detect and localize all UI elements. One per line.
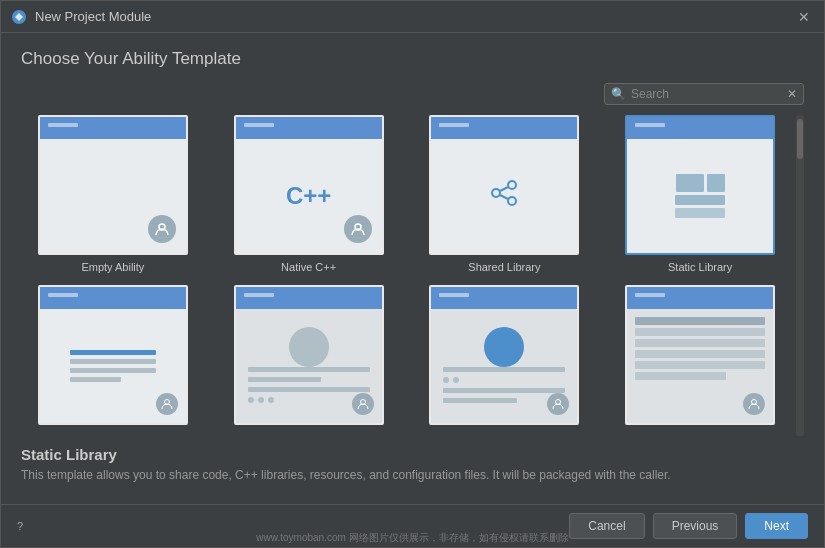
template-card-8[interactable] bbox=[608, 285, 792, 436]
svg-point-3 bbox=[508, 181, 516, 189]
template-thumbnail-native-cpp: C++ bbox=[234, 115, 384, 255]
template-label-shared-library: Shared Library bbox=[468, 261, 540, 273]
next-button[interactable]: Next bbox=[745, 513, 808, 539]
template-card-5[interactable] bbox=[21, 285, 205, 436]
template-thumbnail-5 bbox=[38, 285, 188, 425]
scrollbar-thumb[interactable] bbox=[797, 119, 803, 159]
cpp-icon: C++ bbox=[286, 182, 331, 210]
template7-avatar-icon bbox=[547, 393, 569, 415]
template-card-shared-library[interactable]: Shared Library bbox=[413, 115, 597, 273]
svg-line-6 bbox=[500, 187, 508, 191]
app-icon bbox=[11, 9, 27, 25]
svg-point-5 bbox=[508, 197, 516, 205]
content-area: Choose Your Ability Template 🔍 ✕ bbox=[1, 33, 824, 504]
native-cpp-avatar-icon bbox=[344, 215, 372, 243]
search-clear-button[interactable]: ✕ bbox=[787, 87, 797, 101]
table-icon bbox=[635, 317, 765, 383]
footer-actions: Cancel Previous Next bbox=[569, 513, 808, 539]
circle-blue-icon bbox=[484, 327, 524, 367]
template-card-7[interactable] bbox=[413, 285, 597, 436]
template-label-empty-ability: Empty Ability bbox=[81, 261, 144, 273]
template-thumbnail-8 bbox=[625, 285, 775, 425]
template-card-empty-ability[interactable]: Empty Ability bbox=[21, 115, 205, 273]
header-row: 🔍 ✕ bbox=[21, 83, 804, 105]
search-icon: 🔍 bbox=[611, 87, 626, 101]
dialog: New Project Module ✕ Choose Your Ability… bbox=[0, 0, 825, 548]
empty-ability-avatar-icon bbox=[148, 215, 176, 243]
close-button[interactable]: ✕ bbox=[794, 7, 814, 27]
lines-body bbox=[248, 367, 370, 403]
dialog-title: New Project Module bbox=[35, 9, 151, 24]
footer: ? Cancel Previous Next bbox=[1, 504, 824, 547]
template8-avatar-icon bbox=[743, 393, 765, 415]
template6-avatar-icon bbox=[352, 393, 374, 415]
template-thumbnail-empty-ability bbox=[38, 115, 188, 255]
template-thumbnail-7 bbox=[429, 285, 579, 425]
template-label-static-library: Static Library bbox=[668, 261, 732, 273]
previous-button[interactable]: Previous bbox=[653, 513, 738, 539]
scrollbar[interactable] bbox=[796, 115, 804, 436]
description-text: This template allows you to share code, … bbox=[21, 467, 804, 484]
search-box[interactable]: 🔍 ✕ bbox=[604, 83, 804, 105]
cancel-button[interactable]: Cancel bbox=[569, 513, 644, 539]
title-bar: New Project Module ✕ bbox=[1, 1, 824, 33]
template-thumbnail-shared-library bbox=[429, 115, 579, 255]
search-input[interactable] bbox=[631, 87, 782, 101]
template-thumbnail-6 bbox=[234, 285, 384, 425]
template-card-6[interactable] bbox=[217, 285, 401, 436]
template-card-static-library[interactable]: Static Library bbox=[608, 115, 792, 273]
template-card-native-cpp[interactable]: C++ Native C++ bbox=[217, 115, 401, 273]
svg-point-4 bbox=[492, 189, 500, 197]
page-title: Choose Your Ability Template bbox=[21, 49, 804, 69]
templates-area: Empty Ability C++ bbox=[21, 115, 804, 436]
share-icon bbox=[488, 177, 520, 215]
list-icon bbox=[62, 342, 164, 390]
template5-avatar-icon bbox=[156, 393, 178, 415]
circle-gray-icon bbox=[289, 327, 329, 367]
lines-body-2 bbox=[443, 367, 565, 403]
static-library-icon bbox=[675, 174, 725, 218]
template-label-native-cpp: Native C++ bbox=[281, 261, 336, 273]
help-button[interactable]: ? bbox=[17, 520, 23, 532]
description-section: Static Library This template allows you … bbox=[21, 436, 804, 488]
title-bar-left: New Project Module bbox=[11, 9, 151, 25]
svg-line-7 bbox=[500, 195, 508, 199]
template-thumbnail-static-library bbox=[625, 115, 775, 255]
templates-grid: Empty Ability C++ bbox=[21, 115, 796, 436]
description-title: Static Library bbox=[21, 446, 804, 463]
